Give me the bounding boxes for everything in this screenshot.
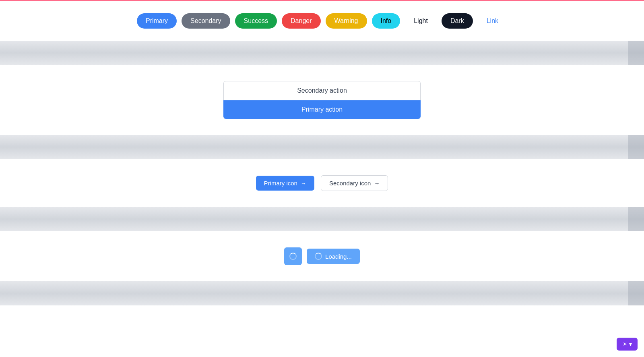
chevron-down-icon: ▾ [629, 341, 632, 347]
danger-button[interactable]: Danger [282, 13, 320, 29]
link-button[interactable]: Link [478, 13, 507, 29]
secondary-icon-button[interactable]: Secondary icon → [321, 175, 388, 191]
loading-buttons-section: Loading... [0, 231, 644, 281]
loading-icon-button[interactable] [284, 247, 302, 265]
divider-band-1 [0, 41, 644, 65]
secondary-action-button[interactable]: Secondary action [223, 81, 421, 100]
theme-toggle-button[interactable]: ☀ ▾ [617, 338, 638, 351]
primary-button[interactable]: Primary [137, 13, 177, 29]
loading-spinner-icon [315, 253, 322, 260]
secondary-icon-label: Secondary icon [329, 180, 371, 187]
primary-icon-label: Primary icon [264, 180, 297, 187]
icon-buttons-section: Primary icon → Secondary icon → [0, 159, 644, 207]
primary-icon-button[interactable]: Primary icon → [256, 176, 314, 191]
primary-action-button[interactable]: Primary action [223, 100, 421, 119]
loading-label: Loading... [325, 253, 352, 260]
secondary-button[interactable]: Secondary [182, 13, 230, 29]
secondary-action-label: Secondary action [297, 87, 347, 94]
primary-action-label: Primary action [301, 106, 343, 113]
success-button[interactable]: Success [235, 13, 277, 29]
divider-band-4 [0, 281, 644, 305]
dark-button[interactable]: Dark [442, 13, 473, 29]
info-button[interactable]: Info [372, 13, 400, 29]
divider-band-3 [0, 207, 644, 231]
warning-button[interactable]: Warning [326, 13, 367, 29]
spinner-icon [289, 253, 297, 260]
divider-band-2 [0, 135, 644, 159]
action-buttons-section: Secondary action Primary action [0, 65, 644, 135]
button-variants-section: Primary Secondary Success Danger Warning… [0, 1, 644, 41]
sun-icon: ☀ [622, 341, 627, 347]
secondary-arrow-icon: → [374, 180, 380, 187]
loading-text-button[interactable]: Loading... [307, 249, 360, 264]
light-button[interactable]: Light [405, 13, 437, 29]
primary-arrow-icon: → [301, 180, 306, 187]
